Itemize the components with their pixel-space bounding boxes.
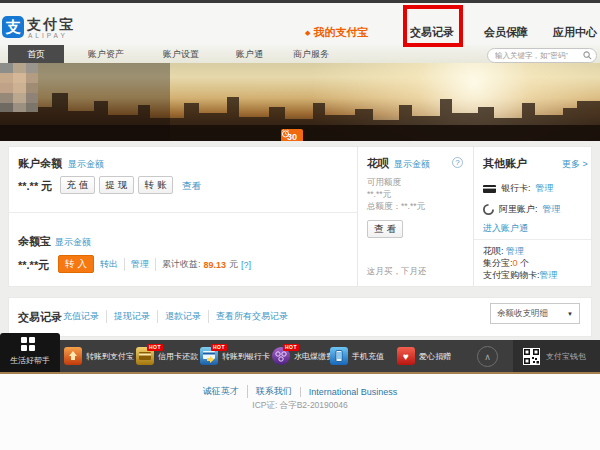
bank-card-label: 银行卡: xyxy=(501,182,531,195)
chevron-up-icon: ∧ xyxy=(484,352,491,362)
withdraw-button[interactable]: 提现 xyxy=(99,176,134,194)
tab-home[interactable]: 首页 xyxy=(8,45,64,63)
international-business-link[interactable]: International Business xyxy=(300,387,406,397)
mobile-recharge-icon xyxy=(330,347,348,365)
all-records-link[interactable]: 查看所有交易记录 xyxy=(208,310,295,323)
nav-my-alipay[interactable]: ◆我的支付宝 xyxy=(305,25,368,40)
dock-item-credit-card-repay[interactable]: HOT 信用卡还款 xyxy=(136,340,198,372)
alipay-homepage: 支 支付宝 ALIPAY ◆我的支付宝 交易记录 会员保障 应用中心 首页 账户… xyxy=(0,0,600,450)
dock-item-transfer-to-bank[interactable]: HOT 转账到银行卡 xyxy=(200,340,270,372)
recharge-button[interactable]: 充值 xyxy=(60,176,95,194)
grid-icon xyxy=(21,337,36,352)
chevron-down-icon: ▼ xyxy=(567,311,573,317)
tab-merchant-service[interactable]: 商户服务 xyxy=(293,45,329,63)
tab-account-assets[interactable]: 账户资产 xyxy=(88,45,124,63)
huabei-manage-link[interactable]: 管理 xyxy=(506,246,524,256)
earnings-unit: 元 xyxy=(226,258,238,271)
earnings-value: 89.13 xyxy=(201,260,227,270)
records-links: 充值记录 提现记录 退款记录 查看所有交易记录 xyxy=(56,310,295,323)
more-link[interactable]: 更多 > xyxy=(562,158,588,171)
withdraw-records-link[interactable]: 提现记录 xyxy=(106,310,157,323)
life-helper-label: 生活好帮手 xyxy=(0,355,60,366)
yuebao-show-amount-link[interactable]: 显示金额 xyxy=(55,236,91,249)
tab-zhanghutong[interactable]: 账户通 xyxy=(236,45,263,63)
ali-account-icon xyxy=(483,204,494,215)
credit-card-repay-icon: HOT xyxy=(136,347,154,365)
bank-card-icon xyxy=(483,184,496,194)
help-icon[interactable]: ? xyxy=(452,157,463,168)
bank-card-manage-link[interactable]: 管理 xyxy=(536,182,554,195)
header: 支 支付宝 ALIPAY ◆我的支付宝 交易记录 会员保障 应用中心 xyxy=(0,3,600,45)
utilities-icon: HOT xyxy=(272,347,290,365)
earnings-label: 累计收益: xyxy=(155,258,201,271)
balance-view-link[interactable]: 查看 xyxy=(182,180,201,193)
hot-badge: HOT xyxy=(211,344,227,351)
gift-card-manage-link[interactable]: 管理 xyxy=(540,270,558,280)
wallet-panel[interactable]: 支付宝钱包 xyxy=(513,340,600,372)
divider xyxy=(474,239,591,240)
huabei-available-value: **.**元 xyxy=(367,189,391,201)
careers-link[interactable]: 诚征英才 xyxy=(195,385,247,398)
huabei-total: 总额度：**.**元 xyxy=(367,201,425,213)
life-helper-tab[interactable]: 生活好帮手 xyxy=(0,333,60,372)
huabei-view-button[interactable]: 查看 xyxy=(367,220,403,238)
transfer-to-bank-icon: HOT xyxy=(200,347,218,365)
enter-zhanghutong-link[interactable]: 进入账户通 xyxy=(483,222,528,235)
record-type-dropdown[interactable]: 余额收支明细 ▼ xyxy=(490,303,580,324)
alarm-clock-icon xyxy=(281,129,290,138)
avatar[interactable] xyxy=(0,63,38,112)
account-banner: 30 中午好, 转账看头像，安全有保障 修改头像 账户名： 132******1… xyxy=(0,63,600,141)
collapse-dock-button[interactable]: ∧ xyxy=(477,346,498,367)
jifenbao-count: 0 xyxy=(513,258,518,268)
dock-item-charity[interactable]: ♥ 爱心捐赠 xyxy=(397,340,451,372)
huabei-available-label: 可用额度 xyxy=(367,177,401,189)
earnings-help-link[interactable]: [?] xyxy=(238,260,251,270)
other-accounts-title: 其他账户 xyxy=(483,156,527,171)
yuebao-manage-link[interactable]: 管理 xyxy=(124,258,155,271)
search-icon[interactable] xyxy=(583,51,592,60)
dropdown-value: 余额收支明细 xyxy=(497,308,548,320)
diamond-bullet-icon: ◆ xyxy=(305,29,310,36)
balance-amount: **.** 元 xyxy=(18,179,52,194)
ali-account-label: 阿里账户: xyxy=(499,203,538,216)
huabei-slogan: 这月买，下月还 xyxy=(367,266,427,278)
dock-item-transfer-to-alipay[interactable]: 转账到支付宝 xyxy=(64,340,134,372)
nav-member-protection[interactable]: 会员保障 xyxy=(484,25,528,40)
dock-item-utilities[interactable]: HOT 水电煤缴费 xyxy=(272,340,334,372)
divider xyxy=(473,146,474,287)
balance-title: 账户余额 xyxy=(18,156,62,171)
brand-name-en: ALIPAY xyxy=(28,32,68,39)
alipay-logo-icon[interactable]: 支 xyxy=(2,16,24,38)
contact-us-link[interactable]: 联系我们 xyxy=(247,385,300,398)
highlight-box xyxy=(403,5,463,47)
recharge-records-link[interactable]: 充值记录 xyxy=(56,310,106,323)
refund-records-link[interactable]: 退款记录 xyxy=(157,310,208,323)
ali-account-row: 阿里账户: 管理 xyxy=(483,203,561,216)
hot-badge: HOT xyxy=(147,344,163,351)
charity-heart-icon: ♥ xyxy=(397,347,415,365)
transfer-in-button[interactable]: 转入 xyxy=(58,255,94,273)
search-box[interactable] xyxy=(487,48,597,63)
dock-item-mobile-recharge[interactable]: 手机充值 xyxy=(330,340,384,372)
icp-license-text: ICP证: 合字B2-20190046 xyxy=(0,400,600,412)
qr-code-icon xyxy=(523,348,540,365)
divider xyxy=(357,146,358,287)
tab-account-settings[interactable]: 账户设置 xyxy=(163,45,199,63)
ali-account-manage-link[interactable]: 管理 xyxy=(543,203,561,216)
huabei-show-amount-link[interactable]: 显示金额 xyxy=(394,158,430,171)
gift-card-row: 支付宝购物卡:管理 xyxy=(483,269,558,282)
transfer-button[interactable]: 转账 xyxy=(138,176,173,194)
bank-card-row: 银行卡: 管理 xyxy=(483,182,554,195)
footer: 诚征英才 联系我们 International Business ICP证: 合… xyxy=(0,374,600,450)
divider xyxy=(9,212,357,213)
footer-links: 诚征英才 联系我们 International Business xyxy=(0,385,600,398)
hot-badge: HOT xyxy=(283,344,299,351)
balance-show-amount-link[interactable]: 显示金额 xyxy=(68,158,104,171)
yuebao-amount: **.**元 xyxy=(18,258,49,273)
wallet-label: 支付宝钱包 xyxy=(546,351,586,362)
notice-badge[interactable]: 30 xyxy=(281,129,303,141)
search-input[interactable] xyxy=(495,51,583,60)
transfer-to-alipay-icon xyxy=(64,347,82,365)
nav-app-center[interactable]: 应用中心 xyxy=(553,25,597,40)
transfer-out-link[interactable]: 转出 xyxy=(100,258,124,271)
